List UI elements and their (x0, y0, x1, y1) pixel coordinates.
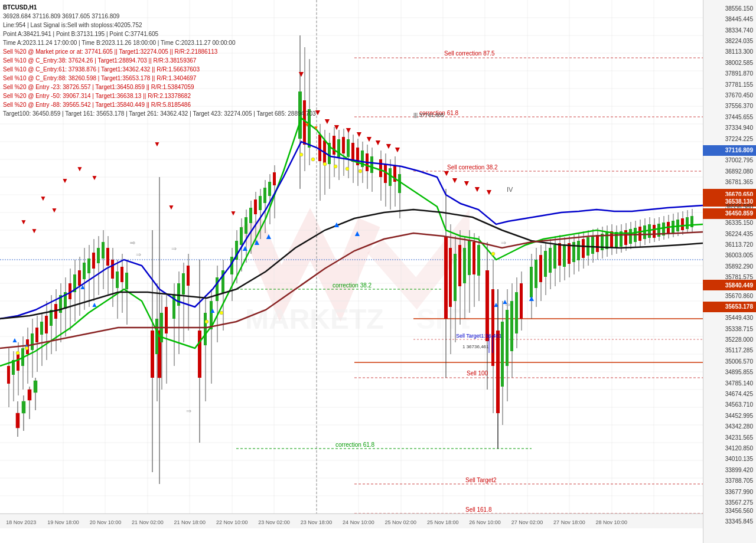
svg-rect-212 (454, 254, 457, 301)
price-37556: 37556.370 (725, 103, 753, 109)
points-line: Point A:38421.941 | Point B:37131.195 | … (3, 30, 316, 38)
svg-rect-216 (463, 248, 466, 283)
svg-rect-82 (35, 328, 38, 342)
price-34452: 34452.995 (725, 412, 753, 418)
price-37670: 37670.450 (725, 92, 753, 99)
time-label-7: 23 Nov 02:00 (258, 519, 290, 525)
svg-rect-162 (263, 188, 266, 203)
svg-rect-188 (351, 143, 354, 162)
price-axis: 38556.150 38445.445 38334.740 38224.035 … (703, 0, 756, 543)
svg-rect-118 (120, 267, 123, 282)
svg-text:▼: ▼ (323, 116, 331, 126)
svg-text:▼: ▼ (31, 227, 38, 235)
svg-text:⇒: ⇒ (171, 245, 177, 252)
price-33345: 33345.845 (725, 518, 753, 525)
price-37002: 37002.795 (725, 157, 753, 163)
svg-rect-276 (615, 232, 618, 247)
svg-text:Sell 100: Sell 100 (467, 370, 488, 377)
svg-rect-268 (596, 235, 599, 252)
svg-rect-232 (506, 310, 509, 366)
price-35228: 35228.000 (725, 336, 753, 343)
svg-text:Sell Target1:36,461: Sell Target1:36,461 (456, 333, 501, 339)
svg-text:▼: ▼ (462, 178, 471, 188)
svg-rect-236 (515, 292, 518, 333)
svg-rect-210 (449, 248, 452, 307)
svg-text:correction 38.2: correction 38.2 (333, 282, 372, 289)
price-38556: 38556.150 (725, 5, 753, 11)
svg-text:▼: ▼ (40, 194, 47, 202)
price-36003: 36003.005 (725, 252, 753, 259)
price-33456: 33456.560 (725, 507, 753, 513)
price-38445: 38445.445 (725, 16, 753, 22)
svg-rect-292 (653, 225, 656, 238)
svg-rect-164 (268, 182, 271, 196)
svg-rect-110 (102, 242, 105, 259)
price-34010: 34010.135 (725, 456, 753, 462)
svg-rect-252 (558, 243, 561, 266)
svg-rect-74 (17, 354, 19, 371)
svg-rect-160 (259, 196, 262, 210)
svg-rect-220 (472, 242, 475, 274)
price-33788: 33788.705 (725, 477, 753, 484)
svg-text:▼: ▼ (51, 206, 58, 214)
svg-rect-242 (535, 260, 537, 288)
svg-text:⇒: ⇒ (505, 301, 510, 308)
svg-rect-186 (347, 139, 350, 157)
svg-rect-256 (568, 243, 571, 264)
svg-rect-306 (686, 217, 689, 229)
price-36224: 36224.435 (725, 230, 753, 237)
svg-rect-140 (204, 313, 207, 345)
targets-line: Target100: 36450.859 | Target 161: 35653… (3, 109, 316, 118)
svg-text:▼: ▼ (91, 174, 98, 182)
svg-rect-246 (544, 251, 547, 277)
price-36335: 36335.150 (725, 220, 753, 226)
svg-point-353 (346, 167, 349, 171)
svg-text:▼: ▼ (485, 187, 493, 197)
svg-rect-156 (249, 208, 252, 223)
svg-rect-134 (182, 273, 185, 295)
svg-text:▼: ▼ (451, 175, 459, 185)
price-36113: 36113.720 (725, 241, 753, 248)
price-38113: 38113.300 (725, 48, 753, 55)
price-35670: 35670.860 (725, 293, 753, 299)
svg-rect-230 (501, 322, 504, 387)
price-33567: 33567.275 (725, 499, 753, 506)
svg-rect-128 (165, 307, 168, 333)
svg-text:▼: ▼ (393, 145, 402, 154)
svg-rect-198 (379, 159, 382, 177)
price-38002: 38002.585 (725, 59, 753, 66)
svg-rect-112 (106, 248, 109, 266)
sell5-line: Sell %20 @ Entry -23: 38726.557 | Target… (3, 83, 316, 91)
svg-text:||| 37741.605: ||| 37741.605 (413, 112, 444, 118)
svg-text:▲: ▲ (333, 220, 341, 229)
chart-container: MARKETZ SITE (0, 0, 756, 543)
time-label-1: 18 Nov 2023 (6, 519, 36, 525)
svg-rect-206 (398, 174, 401, 193)
svg-point-350 (311, 158, 315, 161)
svg-text:▼: ▼ (384, 141, 393, 151)
svg-text:▼: ▼ (304, 122, 310, 128)
chart-title: BTCUSD,H1 (3, 3, 316, 12)
svg-point-358 (220, 311, 223, 315)
svg-point-354 (359, 169, 362, 173)
svg-rect-208 (444, 236, 448, 319)
svg-rect-244 (539, 255, 542, 282)
sell3-line: Sell %10 @ C_Entry:61: 37938.876 | Targe… (3, 65, 316, 74)
price-34674: 34674.425 (725, 391, 753, 397)
svg-text:IV: IV (507, 186, 513, 193)
svg-rect-60 (16, 413, 19, 428)
svg-text:▼: ▼ (344, 125, 353, 135)
svg-text:1 36736,461: 1 36736,461 (462, 344, 489, 349)
time-label-14: 27 Nov 18:00 (553, 519, 585, 525)
svg-text:▲: ▲ (241, 243, 249, 253)
price-36781: 36781.365 (725, 179, 753, 185)
price-33677: 33677.990 (725, 488, 753, 495)
svg-rect-262 (582, 239, 585, 258)
indicator-line: Line:954 | Last Signal is:Sell with stop… (3, 21, 316, 30)
price-34342: 34342.280 (725, 423, 753, 430)
svg-text:⇒: ⇒ (130, 239, 135, 246)
svg-rect-104 (87, 259, 90, 273)
svg-point-352 (334, 165, 337, 168)
svg-text:▼: ▼ (230, 209, 237, 217)
price-35338: 35338.715 (725, 325, 753, 332)
